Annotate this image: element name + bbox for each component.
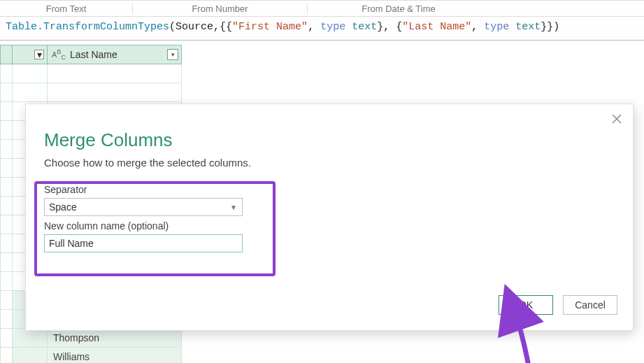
new-column-name-input[interactable] [44,234,243,252]
table-index-col[interactable]: ▾ [13,45,48,64]
separator-dropdown[interactable]: Space ▼ [44,198,243,216]
text-type-icon: ABC [52,48,66,61]
formula-source: Source [176,21,213,33]
table-corner [0,45,13,64]
dialog-subtitle: Choose how to merge the selected columns… [26,157,633,178]
cell-last-name[interactable]: Thompson [48,329,182,348]
newcol-label: New column name (optional) [44,220,615,232]
separator-value: Space [49,201,77,213]
dialog-title: Merge Columns [26,104,633,157]
table-row[interactable]: Williams [0,348,644,363]
column-header-label: Last Name [70,49,117,60]
ribbon-group-from-number: From Number [133,3,308,14]
cell-last-name[interactable]: Williams [48,348,182,363]
cancel-button[interactable]: Cancel [563,295,617,315]
table-column-header: ▾ ABC Last Name ▾ [0,45,644,64]
chevron-down-icon[interactable]: ▾ [167,49,178,60]
ribbon-group-from-datetime: From Date & Time [308,3,489,14]
close-icon[interactable] [610,113,623,125]
separator-label: Separator [44,184,615,195]
chevron-down-icon: ▼ [228,201,239,213]
column-header-last-name[interactable]: ABC Last Name ▾ [48,45,182,64]
formula-col2: "Last Name" [402,21,471,33]
table-row[interactable]: Thompson [0,329,644,348]
ribbon-group-strip: From Text From Number From Date & Time [0,0,644,17]
formula-col1: "First Name" [232,21,308,33]
ok-button[interactable]: OK [499,295,553,315]
chevron-down-icon[interactable]: ▾ [34,50,44,59]
ribbon-group-from-text: From Text [0,3,133,14]
formula-bar[interactable]: Table.TransformColumnTypes(Source,{{"Fir… [0,17,644,41]
formula-fn: Table.TransformColumnTypes [6,21,169,33]
merge-columns-dialog: Merge Columns Choose how to merge the se… [25,104,634,331]
